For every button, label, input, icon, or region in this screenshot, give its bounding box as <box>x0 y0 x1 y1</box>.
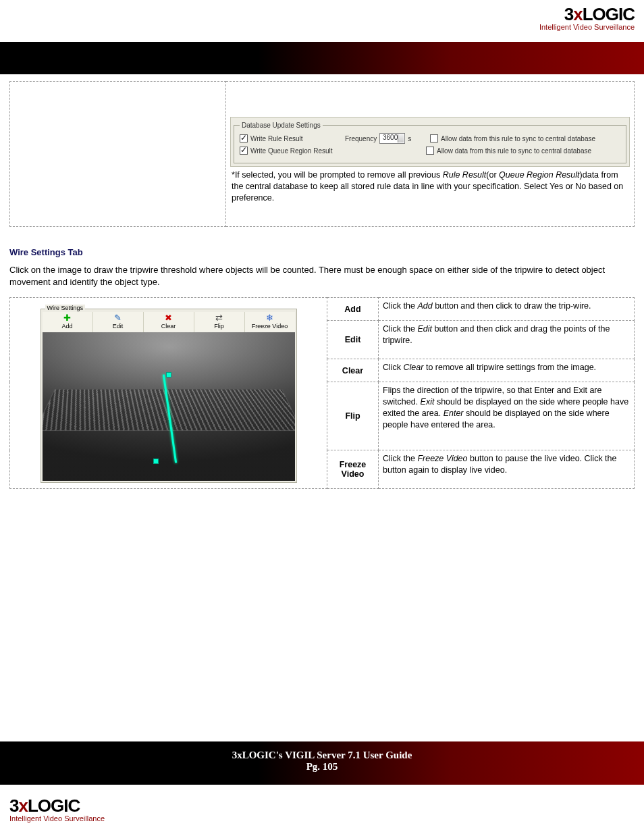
video-preview[interactable] <box>43 332 295 481</box>
toolbar-add-label: Add <box>61 323 72 330</box>
wire-settings-screenshot: Wire Settings ✚Add ✎Edit ✖Clear ⇄Flip ❄F… <box>41 309 297 483</box>
pencil-icon: ✎ <box>93 313 143 322</box>
checkbox-write-rule[interactable] <box>240 134 248 142</box>
footer-logo-block: 3xLOGIC Intelligent Video Surveillance <box>9 797 105 823</box>
checkbox-sync-queue[interactable] <box>426 147 434 155</box>
logo-suffix: LOGIC <box>583 4 635 24</box>
checkbox-write-queue[interactable] <box>240 147 248 155</box>
row-freeze-desc: Click the Freeze Video button to pause t… <box>379 450 635 489</box>
clear-d1: Click <box>383 363 404 372</box>
wire-toolbar: ✚Add ✎Edit ✖Clear ⇄Flip ❄Freeze Video <box>43 312 295 332</box>
row-flip-label: Flip <box>327 382 379 450</box>
db-settings-legend: Database Update Settings <box>240 122 323 129</box>
footer-brand-logo: 3xLOGIC <box>9 797 105 814</box>
toolbar-clear-button[interactable]: ✖Clear <box>144 312 194 332</box>
toolbar-edit-label: Edit <box>113 323 124 330</box>
db-spacer <box>230 84 630 114</box>
logo-prefix: 3 <box>564 4 573 24</box>
toolbar-flip-button[interactable]: ⇄Flip <box>194 312 245 332</box>
input-frequency[interactable]: 3600 <box>379 133 405 144</box>
toolbar-freeze-button[interactable]: ❄Freeze Video <box>245 312 295 332</box>
wire-settings-group-label: Wire Settings <box>45 305 86 311</box>
note-i2: Queue Region Result <box>499 170 580 180</box>
db-settings-table: Database Update Settings Write Rule Resu… <box>9 81 635 227</box>
x-icon: ✖ <box>144 313 194 322</box>
brand-logo: 3xLOGIC <box>539 5 635 23</box>
freeze-d1: Click the <box>383 454 417 463</box>
edit-d1: Click the <box>383 324 417 334</box>
db-settings-fieldset: Database Update Settings Write Rule Resu… <box>234 122 626 163</box>
brand-tagline: Intelligent Video Surveillance <box>539 23 635 31</box>
add-i1: Add <box>417 301 432 311</box>
note-p2: (or <box>486 170 499 180</box>
checkbox-sync-rule[interactable] <box>430 134 438 142</box>
flip-icon: ⇄ <box>194 313 244 322</box>
db-footnote: *If selected, you will be prompted to re… <box>230 167 630 207</box>
plus-icon: ✚ <box>43 313 92 322</box>
label-write-queue: Write Queue Region Result <box>250 147 333 155</box>
toolbar-add-button[interactable]: ✚Add <box>43 312 93 332</box>
label-sync-rule: Allow data from this rule to sync to cen… <box>441 135 595 142</box>
clear-i1: Clear <box>404 363 424 372</box>
edit-i1: Edit <box>417 324 432 334</box>
footer-band: 3xLOGIC's VIGIL Server 7.1 User Guide Pg… <box>0 741 644 785</box>
row-edit-label: Edit <box>327 321 379 359</box>
header-band <box>0 42 644 74</box>
footer-page: Pg. 105 <box>0 761 644 773</box>
row-clear-label: Clear <box>327 359 379 382</box>
row-freeze-label: Freeze Video <box>327 450 379 489</box>
section-heading: Wire Settings Tab <box>9 247 635 257</box>
row-clear-desc: Click Clear to remove all tripwire setti… <box>379 359 635 382</box>
footer-logo-suffix: LOGIC <box>28 796 80 816</box>
row-flip-desc: Flips the direction of the tripwire, so … <box>379 382 635 450</box>
note-p1: If selected, you will be prompted to rem… <box>235 170 443 180</box>
row-add-desc: Click the Add button and then click to d… <box>379 298 635 321</box>
wire-settings-groupbox: Wire Settings ✚Add ✎Edit ✖Clear ⇄Flip ❄F… <box>41 309 297 483</box>
note-i1: Rule Result <box>443 170 487 180</box>
footer-title: 3xLOGIC's VIGIL Server 7.1 User Guide <box>0 750 644 761</box>
section-body: Click on the image to draw the tripwire … <box>9 264 635 288</box>
db-left-empty-cell <box>10 82 226 227</box>
toolbar-freeze-label: Freeze Video <box>252 323 288 330</box>
toolbar-flip-label: Flip <box>214 323 224 330</box>
wire-screenshot-cell: Wire Settings ✚Add ✎Edit ✖Clear ⇄Flip ❄F… <box>10 298 327 489</box>
db-settings-panel: Database Update Settings Write Rule Resu… <box>230 117 630 167</box>
tripwire-handle-bottom[interactable] <box>153 459 159 464</box>
label-sync-queue: Allow data from this rule to sync to cen… <box>437 147 591 155</box>
add-d2: button and then click to draw the trip-w… <box>433 301 591 311</box>
page-content: Database Update Settings Write Rule Resu… <box>9 81 635 489</box>
snowflake-icon: ❄ <box>245 313 295 322</box>
logo-x: x <box>573 4 582 24</box>
row-add-label: Add <box>327 298 379 321</box>
freeze-i1: Freeze Video <box>417 454 467 463</box>
header-logo-block: 3xLOGIC Intelligent Video Surveillance <box>539 5 635 31</box>
row-edit-desc: Click the Edit button and then click and… <box>379 321 635 359</box>
toolbar-edit-button[interactable]: ✎Edit <box>93 312 144 332</box>
label-frequency: Frequency <box>345 135 377 142</box>
flip-i1: Exit <box>421 397 435 407</box>
tripwire-handle-top[interactable] <box>166 372 171 377</box>
footer-brand-tagline: Intelligent Video Surveillance <box>9 814 105 823</box>
footer-logo-prefix: 3 <box>9 796 18 816</box>
add-d1: Click the <box>383 301 417 311</box>
toolbar-clear-label: Clear <box>161 323 176 330</box>
flip-i2: Enter <box>444 409 464 418</box>
label-write-rule: Write Rule Result <box>250 135 303 142</box>
wire-settings-table: Wire Settings ✚Add ✎Edit ✖Clear ⇄Flip ❄F… <box>9 297 635 489</box>
db-right-cell: Database Update Settings Write Rule Resu… <box>226 82 635 227</box>
footer-logo-x: x <box>18 796 27 816</box>
clear-d2: to remove all tripwire settings from the… <box>423 363 596 372</box>
label-frequency-unit: s <box>408 135 411 142</box>
